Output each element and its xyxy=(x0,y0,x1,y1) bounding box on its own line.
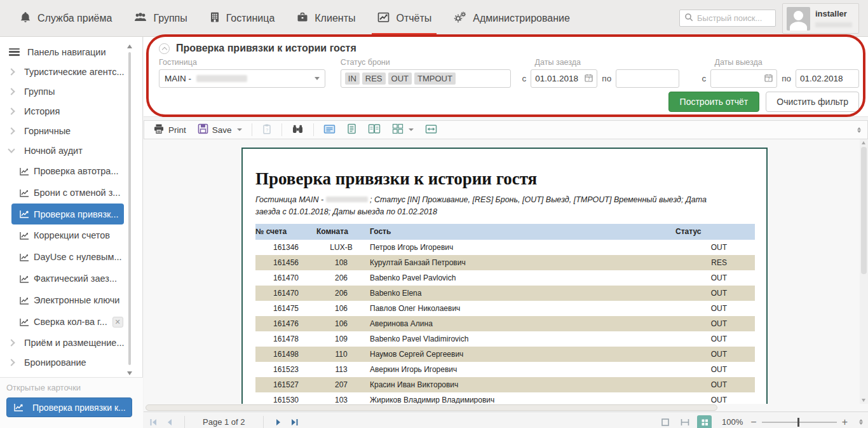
scrollbar-thumb[interactable] xyxy=(146,404,717,411)
calendar-icon[interactable]: 7 xyxy=(764,74,773,84)
zoom-slider[interactable] xyxy=(762,418,837,427)
multiple-pages-view-button[interactable] xyxy=(388,122,417,137)
toolbar-overflow-spinner[interactable] xyxy=(857,127,862,133)
open-cards-panel: Открытые карточки Проверка привязки к... xyxy=(0,377,143,428)
multiple-pages-view-icon xyxy=(392,123,403,136)
continuous-view-button[interactable] xyxy=(343,122,360,137)
sidebar-report-dayuse-zero[interactable]: DayUse с нулевым... xyxy=(0,246,143,268)
facing-pages-view-button[interactable] xyxy=(364,122,384,137)
report-page: Проверка привязки к истории гостя Гостин… xyxy=(241,148,768,404)
sidebar-report-invoice-corrections[interactable]: Коррекции счетов xyxy=(0,224,143,246)
departure-to-input[interactable] xyxy=(800,74,855,83)
arrival-to-input[interactable] xyxy=(620,74,675,83)
status-chip-out[interactable]: OUT xyxy=(388,72,412,85)
save-button[interactable]: Save xyxy=(194,122,246,137)
sidebar-nav-header[interactable]: Панель навигации xyxy=(0,42,143,62)
fit-width-button[interactable] xyxy=(421,123,441,137)
tab-label: Служба приёма xyxy=(37,13,112,24)
sidebar-item-history[interactable]: История xyxy=(0,101,143,121)
report-chart-icon xyxy=(19,275,29,283)
scroll-up-arrow-icon[interactable] xyxy=(862,141,865,144)
report-chart-icon xyxy=(19,189,29,197)
find-button[interactable] xyxy=(288,123,308,137)
collapse-panel-icon[interactable] xyxy=(159,43,170,54)
tab-hotel[interactable]: Гостиница xyxy=(209,0,275,36)
table-row: 161470206Babenko Pavel PavlovichOUT xyxy=(255,270,755,286)
tab-reports[interactable]: Отчёты xyxy=(377,0,431,36)
single-page-view-button[interactable] xyxy=(320,123,339,137)
tab-label: Отчёты xyxy=(396,13,431,24)
next-page-button[interactable] xyxy=(275,418,283,427)
chevron-down-icon xyxy=(409,128,414,131)
status-chip-in[interactable]: IN xyxy=(345,72,360,85)
build-report-button[interactable]: Построить отчёт xyxy=(668,92,760,112)
fit-page-button[interactable] xyxy=(658,415,672,428)
search-input[interactable] xyxy=(697,13,773,23)
sidebar-report-guest-count-check[interactable]: Сверка кол-ва г...✕ xyxy=(0,311,143,333)
zoom-out-button[interactable]: − xyxy=(750,417,756,427)
sidebar-item-night-audit[interactable]: Ночной аудит xyxy=(0,141,143,160)
report-chart-icon xyxy=(19,167,29,176)
pager-overflow-spinner[interactable] xyxy=(859,419,863,425)
user-menu[interactable]: installer xyxy=(782,3,859,34)
booking-status-label: Статус брони xyxy=(341,58,522,67)
column-header-account: № счета xyxy=(255,224,316,240)
close-icon[interactable]: ✕ xyxy=(112,317,123,328)
tab-reception[interactable]: Служба приёма xyxy=(19,0,112,36)
sidebar-report-cancelled-bookings[interactable]: Брони с отменой з... xyxy=(0,182,143,204)
sidebar-report-history-binding-check[interactable]: Проверка привязк... xyxy=(11,204,124,224)
sidebar-report-actual-arrival[interactable]: Фактический заез... xyxy=(0,268,143,289)
scroll-up-arrow-icon[interactable] xyxy=(127,45,132,48)
scroll-down-arrow-icon[interactable] xyxy=(862,399,865,402)
calendar-icon[interactable]: 7 xyxy=(585,74,593,84)
fit-width-button[interactable] xyxy=(677,415,692,428)
main-tabs: Служба приёма Группы Гостиница Клиенты О… xyxy=(0,0,570,36)
clear-filter-button[interactable]: Очистить фильтр xyxy=(766,92,859,112)
tab-groups[interactable]: Группы xyxy=(133,0,187,36)
scrollbar-thumb[interactable] xyxy=(128,52,131,365)
viewer-horizontal-scrollbar[interactable] xyxy=(144,404,868,411)
viewer-vertical-scrollbar[interactable] xyxy=(860,139,868,404)
gears-icon xyxy=(453,11,467,26)
tab-administration[interactable]: Администрирование xyxy=(453,0,570,36)
arrival-from-input[interactable] xyxy=(535,74,585,83)
report-subtitle: Гостиница MAIN - ; Статус [IN] Проживани… xyxy=(255,194,726,219)
zoom-percentage: 100% xyxy=(722,417,743,427)
zoom-in-button[interactable]: + xyxy=(842,417,848,427)
previous-page-button[interactable] xyxy=(165,418,173,427)
chevron-right-icon xyxy=(8,339,15,346)
chevron-right-icon xyxy=(8,88,15,95)
sidebar-item-booking[interactable]: Бронирование xyxy=(0,352,143,372)
users-icon xyxy=(133,11,147,26)
tab-clients[interactable]: Клиенты xyxy=(296,0,355,36)
page-indicator: Page 1 of 2 xyxy=(196,417,252,427)
sidebar-item-checkin-placement[interactable]: Приём и размещение... xyxy=(0,333,143,352)
redacted-text xyxy=(815,22,852,27)
sidebar-scrollbar[interactable] xyxy=(127,45,132,375)
report-filter-panel: Проверка привязки к истории гостя Гостин… xyxy=(144,37,868,117)
open-card-history-binding-check[interactable]: Проверка привязки к... xyxy=(6,397,132,417)
first-page-button[interactable] xyxy=(149,418,158,427)
status-chip-res[interactable]: RES xyxy=(362,72,386,85)
user-name: installer xyxy=(815,7,852,18)
scrollbar-thumb[interactable] xyxy=(861,147,867,274)
departure-from-input[interactable] xyxy=(715,74,764,83)
column-header-guest: Гость xyxy=(366,224,675,240)
bell-icon xyxy=(19,11,32,26)
sidebar-item-groups[interactable]: Группы xyxy=(0,81,143,101)
paste-button-disabled[interactable]: ? xyxy=(258,122,276,137)
table-row: 161476106Аверинова АлинаOUT xyxy=(255,316,755,331)
scroll-down-arrow-icon[interactable] xyxy=(127,371,132,375)
print-button[interactable]: Print xyxy=(149,122,190,137)
zoom-controls: 100% − + xyxy=(658,415,863,428)
thumbnail-grid-button[interactable] xyxy=(697,415,712,428)
sidebar-report-electronic-keys[interactable]: Электронные ключи xyxy=(0,289,143,311)
status-chip-tmpout[interactable]: TMPOUT xyxy=(414,72,456,85)
sidebar-item-housekeeping[interactable]: Горничные xyxy=(0,121,143,141)
booking-status-field[interactable]: IN RES OUT TMPOUT xyxy=(341,69,511,88)
sidebar-item-travel-agencies[interactable]: Туристические агентс... xyxy=(0,62,143,81)
sidebar-report-autotransactions[interactable]: Проверка автотра... xyxy=(0,160,143,182)
zoom-slider-handle[interactable] xyxy=(797,418,799,427)
last-page-button[interactable] xyxy=(290,418,299,427)
hotel-select[interactable]: MAIN - xyxy=(159,69,325,88)
